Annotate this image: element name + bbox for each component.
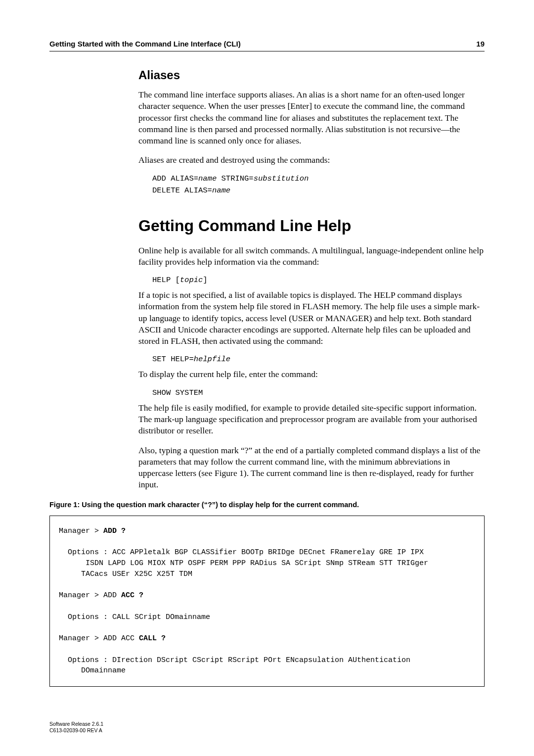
figure-line2-prefix: Manager > ADD bbox=[59, 591, 121, 600]
header-page-number: 19 bbox=[476, 40, 485, 48]
cmd-help-topic: HELP [topic] bbox=[152, 276, 485, 284]
cmd-delete-alias: DELETE ALIAS=name bbox=[152, 186, 485, 195]
cmd-show-system: SHOW SYSTEM bbox=[152, 388, 485, 397]
cmd-set-help: SET HELP=helpfile bbox=[152, 355, 485, 364]
figure-opts3: Options : DIrection DScript CScript RScr… bbox=[59, 656, 410, 675]
figure-line1-bold: ADD ? bbox=[103, 527, 126, 535]
figure-line3-bold: CALL ? bbox=[139, 634, 166, 643]
footer-line2: C613-02039-00 REV A bbox=[49, 727, 103, 734]
aliases-p1: The command line interface supports alia… bbox=[138, 89, 485, 146]
help-p4: The help file is easily modified, for ex… bbox=[138, 402, 485, 437]
cmd-add-alias: ADD ALIAS=name STRING=substitution bbox=[152, 174, 485, 183]
help-p5: Also, typing a question mark “?” at the … bbox=[138, 445, 485, 491]
help-p1: Online help is available for all switch … bbox=[138, 245, 485, 268]
page-header: Getting Started with the Command Line In… bbox=[49, 40, 485, 51]
figure-line1-prefix: Manager > bbox=[59, 527, 103, 535]
help-p2: If a topic is not specified, a list of a… bbox=[138, 289, 485, 347]
figure-terminal-box: Manager > ADD ? Options : ACC APPletalk … bbox=[49, 516, 485, 687]
figure-line3-prefix: Manager > ADD ACC bbox=[59, 634, 139, 643]
figure-line2-bold: ACC ? bbox=[121, 591, 143, 600]
aliases-p2: Aliases are created and destroyed using … bbox=[138, 154, 485, 166]
figure-caption: Figure 1: Using the question mark charac… bbox=[49, 501, 485, 509]
help-heading: Getting Command Line Help bbox=[138, 217, 485, 235]
aliases-heading: Aliases bbox=[138, 68, 485, 82]
help-p3: To display the current help file, enter … bbox=[138, 369, 485, 380]
footer-line1: Software Release 2.6.1 bbox=[49, 721, 103, 728]
figure-opts2: Options : CALL SCript DOmainname bbox=[59, 613, 210, 621]
figure-opts1: Options : ACC APPletalk BGP CLASSifier B… bbox=[59, 548, 428, 578]
header-title: Getting Started with the Command Line In… bbox=[49, 40, 241, 48]
page-footer: Software Release 2.6.1 C613-02039-00 REV… bbox=[49, 721, 103, 734]
